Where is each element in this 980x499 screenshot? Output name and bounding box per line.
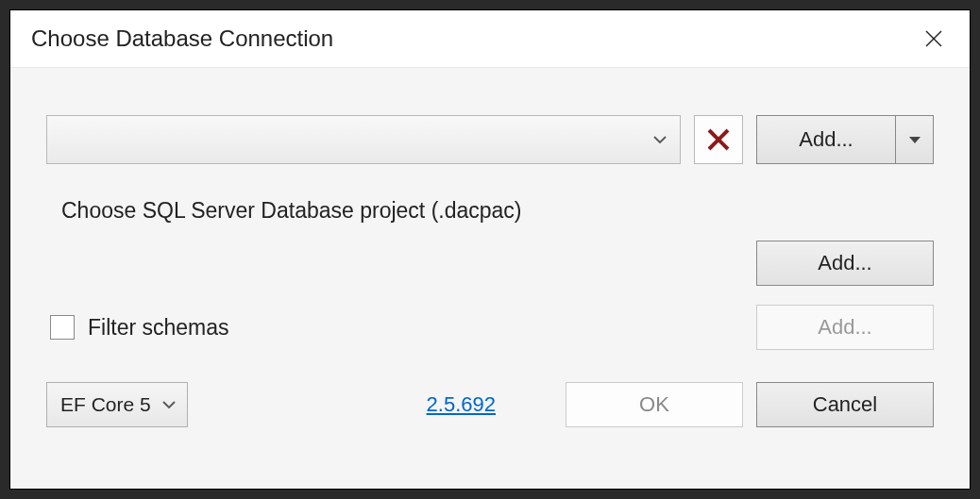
add-filter-button: Add... [756, 305, 934, 350]
ef-version-dropdown[interactable]: EF Core 5 [46, 382, 188, 427]
ef-version-value: EF Core 5 [60, 393, 151, 416]
footer-row: EF Core 5 2.5.692 OK Cancel [46, 382, 934, 427]
dialog-title: Choose Database Connection [31, 25, 333, 52]
add-connection-split-button: Add... [756, 115, 934, 164]
delete-connection-button[interactable] [694, 115, 743, 164]
close-button[interactable] [915, 20, 953, 58]
filter-schemas-checkbox[interactable] [50, 315, 75, 340]
filter-schemas-label: Filter schemas [88, 315, 229, 341]
version-link[interactable]: 2.5.692 [427, 392, 496, 417]
add-dacpac-button[interactable]: Add... [756, 241, 934, 286]
add-connection-button[interactable]: Add... [756, 115, 896, 164]
chevron-down-icon [909, 137, 921, 143]
dialog-content: Add... Choose SQL Server Database projec… [10, 68, 970, 489]
filter-row: Filter schemas Add... [46, 305, 934, 350]
add-connection-dropdown-button[interactable] [896, 115, 934, 164]
filter-schemas-group: Filter schemas [46, 315, 229, 341]
connection-dropdown[interactable] [46, 115, 681, 164]
connection-row: Add... [46, 115, 934, 164]
close-icon [925, 30, 942, 47]
title-bar: Choose Database Connection [10, 10, 970, 68]
cancel-button[interactable]: Cancel [756, 382, 934, 427]
dialog-window: Choose Database Connection Add... [9, 9, 971, 490]
x-icon [705, 126, 732, 153]
dacpac-label: Choose SQL Server Database project (.dac… [46, 198, 934, 224]
chevron-down-icon [162, 400, 176, 409]
ok-button: OK [566, 382, 743, 427]
dacpac-add-row: Add... [46, 241, 934, 286]
chevron-down-icon [653, 135, 667, 144]
